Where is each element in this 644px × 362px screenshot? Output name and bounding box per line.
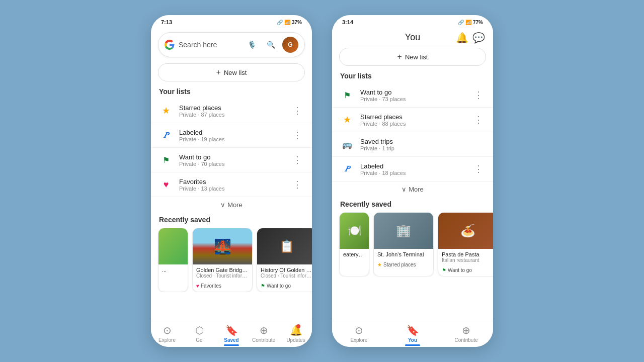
more-label-right: More	[409, 186, 424, 193]
list-meta-starred-right: Private · 88 places	[360, 121, 466, 127]
saved-card-partial-left[interactable]: ...	[158, 228, 188, 292]
nav-saved-left[interactable]: 🔖 Saved	[215, 324, 248, 343]
left-phone: 7:13 🔗 📶 37% Search here 🎙️ 🔍	[151, 15, 312, 347]
list-item-want-right[interactable]: ⚑ Want to go Private · 73 places ⋮	[332, 83, 493, 108]
three-dots-labeled-right[interactable]: ⋮	[472, 162, 485, 175]
nav-go-left[interactable]: ⬡ Go	[183, 324, 215, 343]
trip-icon-right: 🚌	[340, 137, 354, 151]
header-actions-right: 🔔 💬	[456, 32, 485, 44]
more-button-left[interactable]: ∨ More	[151, 197, 312, 213]
saved-card-list-history: ⚑ Want to go	[257, 281, 312, 292]
saved-items-row-right: 🍽️ eatery (... 🏢 St. John's Terminal	[332, 212, 493, 277]
saved-card-img-pasta: 🍝	[438, 213, 493, 249]
plus-icon: +	[216, 68, 221, 77]
list-info-trips-right: Saved trips Private · 1 trip	[360, 138, 485, 151]
nav-explore-left[interactable]: ⊙ Explore	[151, 324, 183, 343]
three-dots-labeled-left[interactable]: ⋮	[291, 129, 304, 142]
bell-icon-right[interactable]: 🔔	[456, 32, 468, 44]
saved-card-history-left[interactable]: 📋 History Of Golden G... Closed · Touris…	[257, 228, 312, 292]
left-phone-content: Search here 🎙️ 🔍 G + New list Your lists…	[151, 27, 312, 347]
list-item-starred-left[interactable]: ★ Starred places Private · 87 places ⋮	[151, 99, 312, 123]
list-item-trips-right[interactable]: 🚌 Saved trips Private · 1 trip	[332, 132, 493, 157]
list-name-want-left: Want to go	[179, 153, 285, 161]
list-meta-want-left: Private · 70 places	[179, 161, 285, 167]
status-icons-left: 🔗 📶 37%	[277, 20, 302, 25]
go-label-left: Go	[196, 337, 202, 343]
star-icon-right: ★	[340, 113, 354, 127]
chevron-down-icon-left: ∨	[220, 201, 225, 209]
flag-small-icon-history: ⚑	[261, 283, 265, 289]
header-title-right: You	[405, 32, 420, 43]
lens-icon[interactable]: 🔍	[263, 37, 278, 52]
you-label-right: You	[408, 337, 417, 343]
saved-card-eatery-right[interactable]: 🍽️ eatery (...	[339, 212, 369, 277]
search-placeholder: Search here	[179, 41, 240, 49]
nav-contribute-left[interactable]: ⊕ Contribute	[248, 324, 280, 343]
saved-card-pasta-right[interactable]: 🍝 Pasta de Pasta Italian restaurant ⚑ Wa…	[438, 212, 493, 277]
list-item-labeled-left[interactable]: 𝑃 Labeled Private · 19 places ⋮	[151, 123, 312, 148]
three-dots-want-left[interactable]: ⋮	[291, 153, 304, 166]
saved-card-sub-history: Closed · Tourist informat...	[261, 273, 312, 279]
more-button-right[interactable]: ∨ More	[332, 182, 493, 197]
you-icon-right: 🔖	[407, 324, 419, 336]
list-item-favorites-left[interactable]: ♥ Favorites Private · 13 places ⋮	[151, 172, 312, 197]
saved-card-golden-left[interactable]: 🌉 Golden Gate Bridge... Closed · Tourist…	[192, 228, 253, 292]
saved-card-sub-pasta: Italian restaurant	[442, 257, 493, 263]
mic-icon[interactable]: 🎙️	[244, 37, 259, 52]
saved-card-info-eatery: eatery (...	[340, 249, 369, 260]
contribute-label-right: Contribute	[455, 337, 478, 343]
saved-card-list-terminal: ★ Starred places	[374, 260, 433, 270]
avatar-left[interactable]: G	[282, 37, 298, 53]
saved-label-left: Saved	[224, 337, 238, 343]
list-meta-trips-right: Private · 1 trip	[360, 145, 485, 151]
saved-card-terminal-right[interactable]: 🏢 St. John's Terminal ★ Starred places	[373, 212, 434, 277]
three-dots-favorites-left[interactable]: ⋮	[291, 178, 304, 191]
label-icon-left: 𝑃	[159, 128, 173, 142]
nav-you-right[interactable]: 🔖 You	[386, 324, 440, 343]
three-dots-starred-left[interactable]: ⋮	[291, 104, 304, 117]
list-info-want-left: Want to go Private · 70 places	[179, 153, 285, 167]
heart-small-icon: ♥	[196, 283, 199, 289]
saved-card-name-terminal: St. John's Terminal	[377, 251, 430, 257]
nav-contribute-right[interactable]: ⊕ Contribute	[439, 324, 493, 343]
explore-icon-left: ⊙	[163, 324, 172, 336]
status-icons-right: 🔗 📶 77%	[458, 20, 483, 25]
saved-list-label-history: Want to go	[267, 283, 291, 289]
plus-icon-right: +	[397, 52, 402, 61]
time-left: 7:13	[161, 19, 172, 25]
saved-card-info-history: History Of Golden G... Closed · Tourist …	[257, 264, 312, 281]
flag-small-icon-pasta: ⚑	[442, 267, 446, 273]
list-meta-labeled-left: Private · 19 places	[179, 136, 285, 142]
go-icon-left: ⬡	[195, 324, 204, 336]
nav-updates-left[interactable]: 🔔 Updates	[280, 324, 312, 343]
new-list-button-left[interactable]: + New list	[158, 63, 305, 81]
list-name-labeled-right: Labeled	[360, 162, 466, 170]
nav-explore-right[interactable]: ⊙ Explore	[332, 324, 386, 343]
saved-card-img-partial	[158, 228, 188, 264]
list-item-starred-right[interactable]: ★ Starred places Private · 88 places ⋮	[332, 108, 493, 132]
list-item-want-left[interactable]: ⚑ Want to go Private · 70 places ⋮	[151, 148, 312, 172]
saved-card-list-golden: ♥ Favorites	[193, 281, 252, 292]
list-meta-starred-left: Private · 87 places	[179, 112, 285, 118]
saved-card-info-terminal: St. John's Terminal	[374, 249, 433, 260]
new-list-button-right[interactable]: + New list	[339, 48, 486, 66]
three-dots-want-right[interactable]: ⋮	[472, 88, 485, 102]
updates-icon-left: 🔔	[290, 324, 302, 336]
right-phone-header: You 🔔 💬	[332, 27, 493, 46]
saved-list-label-golden: Favorites	[201, 283, 221, 289]
three-dots-starred-right[interactable]: ⋮	[472, 113, 485, 126]
notification-dot	[296, 324, 300, 328]
list-info-favorites-left: Favorites Private · 13 places	[179, 178, 285, 192]
search-bar[interactable]: Search here 🎙️ 🔍 G	[158, 32, 305, 57]
list-name-favorites-left: Favorites	[179, 178, 285, 186]
search-action-icons: 🎙️ 🔍 G	[244, 37, 298, 53]
saved-card-sub-golden: Closed · Tourist informat...	[196, 273, 249, 279]
updates-label-left: Updates	[286, 337, 305, 343]
list-item-labeled-right[interactable]: 𝑃 Labeled Private · 18 places ⋮	[332, 157, 493, 182]
list-name-trips-right: Saved trips	[360, 138, 485, 145]
message-icon-right[interactable]: 💬	[472, 32, 485, 44]
phones-container: 7:13 🔗 📶 37% Search here 🎙️ 🔍	[151, 15, 493, 347]
more-label-left: More	[227, 201, 243, 209]
saved-card-img-golden: 🌉	[193, 228, 252, 264]
saved-card-list-pasta: ⚑ Want to go	[438, 265, 493, 276]
